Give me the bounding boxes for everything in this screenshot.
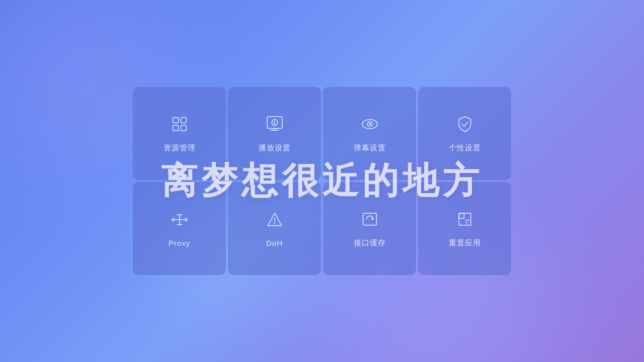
grid-label-danmaku-settings: 弹幕设置 [354, 143, 386, 153]
grid-label-interface-cache: 接口缓存 [354, 238, 386, 248]
grid-item-reset-app[interactable]: 重置应用 [418, 182, 511, 275]
settings-grid: 资源管理 $ 播放设置 弹幕设置 [133, 87, 511, 275]
grid-item-interface-cache[interactable]: 接口缓存 [323, 182, 416, 275]
eye-icon [360, 114, 380, 134]
svg-rect-17 [363, 213, 376, 225]
proxy-icon [170, 210, 190, 230]
svg-rect-3 [181, 126, 186, 131]
grid-item-resource-management[interactable]: 资源管理 [133, 87, 226, 180]
grid-item-playback-settings[interactable]: $ 播放设置 [228, 87, 321, 180]
grid-label-playback-settings: 播放设置 [259, 143, 291, 153]
shield-check-icon [455, 114, 475, 134]
svg-rect-2 [173, 126, 178, 131]
svg-rect-1 [181, 118, 186, 123]
svg-text:$: $ [273, 120, 275, 125]
grid-item-doh[interactable]: DoH [228, 182, 321, 275]
svg-point-16 [274, 223, 275, 225]
svg-point-11 [368, 123, 370, 125]
grid-label-personal-settings: 个性设置 [449, 143, 481, 153]
grid-label-doh: DoH [266, 239, 283, 247]
grid-item-personal-settings[interactable]: 个性设置 [418, 87, 511, 180]
grid-item-danmaku-settings[interactable]: 弹幕设置 [323, 87, 416, 180]
grid-label-resource-management: 资源管理 [164, 143, 196, 153]
reset-icon [455, 209, 475, 229]
grid-item-proxy[interactable]: Proxy [133, 182, 226, 275]
doh-icon [265, 210, 285, 230]
grid-label-proxy: Proxy [169, 239, 190, 247]
grid-label-reset-app: 重置应用 [449, 238, 481, 248]
playback-icon: $ [265, 114, 285, 134]
apps-icon [170, 114, 190, 134]
svg-rect-0 [173, 118, 178, 123]
cache-icon [360, 209, 380, 229]
